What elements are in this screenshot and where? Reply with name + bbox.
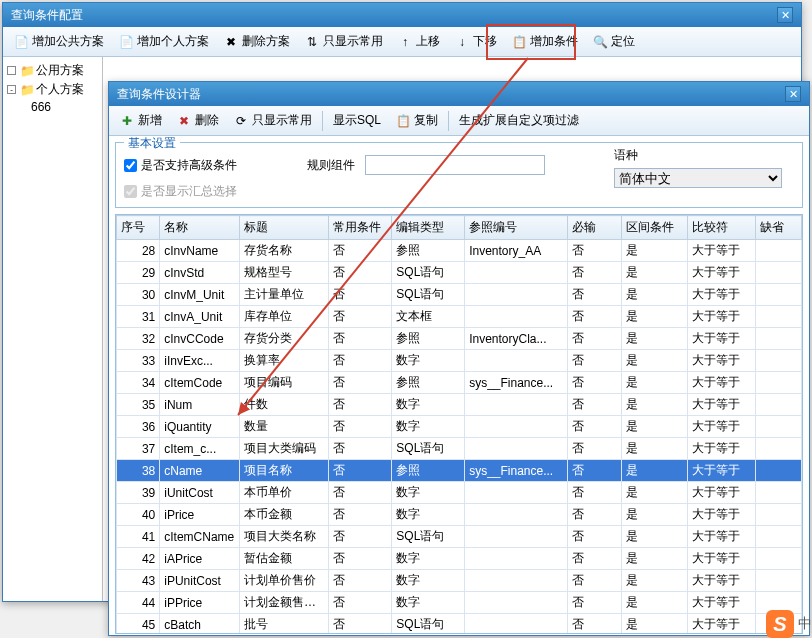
cell[interactable]: 否 bbox=[328, 328, 392, 350]
cell[interactable] bbox=[465, 570, 567, 592]
cell[interactable]: 34 bbox=[117, 372, 160, 394]
cell[interactable]: 30 bbox=[117, 284, 160, 306]
cell[interactable]: iUnitCost bbox=[160, 482, 240, 504]
cell[interactable]: iPrice bbox=[160, 504, 240, 526]
add-personal-plan-button[interactable]: 📄增加个人方案 bbox=[112, 29, 215, 54]
cell[interactable]: 否 bbox=[567, 262, 622, 284]
cell[interactable]: 42 bbox=[117, 548, 160, 570]
cell[interactable] bbox=[756, 526, 802, 548]
table-row[interactable]: 45cBatch批号否SQL语句否是大于等于 bbox=[117, 614, 802, 635]
cell[interactable]: 否 bbox=[567, 504, 622, 526]
cell[interactable]: iNum bbox=[160, 394, 240, 416]
cell[interactable]: 否 bbox=[567, 482, 622, 504]
cell[interactable]: 主计量单位 bbox=[239, 284, 328, 306]
cell[interactable]: InventoryCla... bbox=[465, 328, 567, 350]
cell[interactable]: 计划金额售价... bbox=[239, 592, 328, 614]
table-row[interactable]: 40iPrice本币金额否数字否是大于等于 bbox=[117, 504, 802, 526]
cell[interactable]: 否 bbox=[328, 548, 392, 570]
rule-component-input[interactable] bbox=[365, 155, 545, 175]
column-header[interactable]: 区间条件 bbox=[622, 216, 688, 240]
add-condition-button[interactable]: 📋增加条件 bbox=[505, 29, 584, 54]
cell[interactable]: 是 bbox=[622, 570, 688, 592]
cell[interactable]: 32 bbox=[117, 328, 160, 350]
cell[interactable]: cName bbox=[160, 460, 240, 482]
cell[interactable]: 37 bbox=[117, 438, 160, 460]
cell[interactable]: cItemCode bbox=[160, 372, 240, 394]
cell[interactable]: 大于等于 bbox=[688, 460, 756, 482]
cell[interactable]: 是 bbox=[622, 460, 688, 482]
cell[interactable]: 否 bbox=[328, 306, 392, 328]
cell[interactable]: 参照 bbox=[392, 240, 465, 262]
cell[interactable] bbox=[756, 372, 802, 394]
cell[interactable] bbox=[465, 614, 567, 635]
cell[interactable]: 大于等于 bbox=[688, 504, 756, 526]
cell[interactable]: 否 bbox=[567, 548, 622, 570]
cell[interactable] bbox=[465, 526, 567, 548]
show-common-button[interactable]: ⟳只显示常用 bbox=[227, 108, 318, 133]
cell[interactable]: 38 bbox=[117, 460, 160, 482]
cell[interactable]: cInvA_Unit bbox=[160, 306, 240, 328]
cell[interactable] bbox=[465, 394, 567, 416]
cell[interactable] bbox=[756, 482, 802, 504]
cell[interactable]: 大于等于 bbox=[688, 592, 756, 614]
cell[interactable]: 否 bbox=[567, 460, 622, 482]
cell[interactable]: 大于等于 bbox=[688, 548, 756, 570]
table-row[interactable]: 33iInvExc...换算率否数字否是大于等于 bbox=[117, 350, 802, 372]
move-down-button[interactable]: ↓下移 bbox=[448, 29, 503, 54]
cell[interactable]: 否 bbox=[328, 504, 392, 526]
delete-plan-button[interactable]: ✖删除方案 bbox=[217, 29, 296, 54]
cell[interactable]: 44 bbox=[117, 592, 160, 614]
cell[interactable]: 是 bbox=[622, 592, 688, 614]
locate-button[interactable]: 🔍定位 bbox=[586, 29, 641, 54]
tree-public-plan[interactable]: 📁 公用方案 bbox=[7, 61, 98, 80]
cell[interactable]: 否 bbox=[328, 284, 392, 306]
cell[interactable]: 大于等于 bbox=[688, 394, 756, 416]
cell[interactable]: 否 bbox=[328, 614, 392, 635]
cell[interactable]: 40 bbox=[117, 504, 160, 526]
close-icon[interactable]: ✕ bbox=[785, 86, 801, 102]
column-header[interactable]: 序号 bbox=[117, 216, 160, 240]
move-up-button[interactable]: ↑上移 bbox=[391, 29, 446, 54]
cell[interactable]: 项目大类编码 bbox=[239, 438, 328, 460]
cell[interactable]: 数字 bbox=[392, 416, 465, 438]
table-row[interactable]: 43iPUnitCost计划单价售价否数字否是大于等于 bbox=[117, 570, 802, 592]
cell[interactable]: cItem_c... bbox=[160, 438, 240, 460]
cell[interactable]: 否 bbox=[567, 372, 622, 394]
cell[interactable]: 是 bbox=[622, 614, 688, 635]
cell[interactable]: 29 bbox=[117, 262, 160, 284]
cell[interactable]: SQL语句 bbox=[392, 526, 465, 548]
cell[interactable]: 是 bbox=[622, 438, 688, 460]
advanced-condition-checkbox[interactable]: 是否支持高级条件 bbox=[124, 157, 237, 174]
cell[interactable]: 项目大类名称 bbox=[239, 526, 328, 548]
table-row[interactable]: 42iAPrice暂估金额否数字否是大于等于 bbox=[117, 548, 802, 570]
cell[interactable] bbox=[756, 504, 802, 526]
cell[interactable]: 是 bbox=[622, 262, 688, 284]
delete-button[interactable]: ✖删除 bbox=[170, 108, 225, 133]
cell[interactable]: iPPrice bbox=[160, 592, 240, 614]
cell[interactable]: 大于等于 bbox=[688, 614, 756, 635]
cell[interactable]: 否 bbox=[328, 394, 392, 416]
cell[interactable]: 数字 bbox=[392, 482, 465, 504]
cell[interactable]: 否 bbox=[567, 614, 622, 635]
table-row[interactable]: 36iQuantity数量否数字否是大于等于 bbox=[117, 416, 802, 438]
cell[interactable]: 大于等于 bbox=[688, 306, 756, 328]
tree-child-666[interactable]: 666 bbox=[7, 99, 98, 115]
cell[interactable]: cInvName bbox=[160, 240, 240, 262]
cell[interactable]: 本币单价 bbox=[239, 482, 328, 504]
cell[interactable]: 文本框 bbox=[392, 306, 465, 328]
cell[interactable]: 大于等于 bbox=[688, 372, 756, 394]
cell[interactable] bbox=[756, 328, 802, 350]
cell[interactable]: 否 bbox=[328, 460, 392, 482]
cell[interactable]: SQL语句 bbox=[392, 438, 465, 460]
cell[interactable]: 否 bbox=[567, 394, 622, 416]
cell[interactable]: 是 bbox=[622, 306, 688, 328]
column-header[interactable]: 常用条件 bbox=[328, 216, 392, 240]
add-button[interactable]: ✚新增 bbox=[113, 108, 168, 133]
cell[interactable]: 是 bbox=[622, 240, 688, 262]
cell[interactable]: 大于等于 bbox=[688, 416, 756, 438]
cell[interactable]: 是 bbox=[622, 394, 688, 416]
cell[interactable]: SQL语句 bbox=[392, 284, 465, 306]
cell[interactable]: 参照 bbox=[392, 460, 465, 482]
cell[interactable]: 规格型号 bbox=[239, 262, 328, 284]
cell[interactable] bbox=[756, 548, 802, 570]
